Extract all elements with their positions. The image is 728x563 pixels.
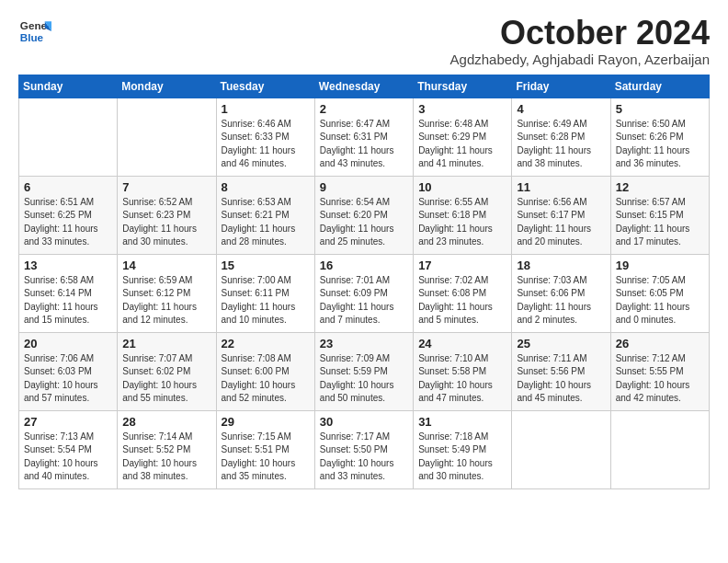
day-number: 24 xyxy=(418,337,506,350)
calendar-day-cell: 15Sunrise: 7:00 AM Sunset: 6:11 PM Dayli… xyxy=(216,254,314,332)
calendar-day-cell: 30Sunrise: 7:17 AM Sunset: 5:50 PM Dayli… xyxy=(314,410,413,488)
header-tuesday: Tuesday xyxy=(216,75,314,98)
calendar-day-cell: 12Sunrise: 6:57 AM Sunset: 6:15 PM Dayli… xyxy=(610,176,709,254)
day-number: 4 xyxy=(517,102,605,116)
calendar-day-cell: 11Sunrise: 6:56 AM Sunset: 6:17 PM Dayli… xyxy=(512,176,610,254)
calendar-day-cell: 14Sunrise: 6:59 AM Sunset: 6:12 PM Dayli… xyxy=(118,254,216,332)
day-info: Sunrise: 7:03 AM Sunset: 6:06 PM Dayligh… xyxy=(517,274,605,327)
day-number: 13 xyxy=(24,259,112,272)
day-number: 5 xyxy=(616,102,704,116)
calendar-day-cell: 22Sunrise: 7:08 AM Sunset: 6:00 PM Dayli… xyxy=(216,332,314,410)
day-info: Sunrise: 7:08 AM Sunset: 6:00 PM Dayligh… xyxy=(222,352,310,406)
day-number: 11 xyxy=(517,180,605,194)
calendar-day-cell: 29Sunrise: 7:15 AM Sunset: 5:51 PM Dayli… xyxy=(216,410,314,488)
month-title: October 2024 xyxy=(450,15,710,52)
day-number: 27 xyxy=(24,415,112,429)
day-info: Sunrise: 6:46 AM Sunset: 6:33 PM Dayligh… xyxy=(222,118,310,171)
day-number: 21 xyxy=(122,337,210,350)
day-number: 10 xyxy=(418,180,506,194)
calendar-day-cell: 20Sunrise: 7:06 AM Sunset: 6:03 PM Dayli… xyxy=(19,332,118,410)
calendar-day-cell: 9Sunrise: 6:54 AM Sunset: 6:20 PM Daylig… xyxy=(314,176,413,254)
header-wednesday: Wednesday xyxy=(314,75,413,98)
day-number: 1 xyxy=(222,102,310,116)
day-number: 26 xyxy=(616,337,704,350)
header-monday: Monday xyxy=(118,75,216,98)
day-number: 16 xyxy=(320,259,408,272)
calendar-day-cell: 1Sunrise: 6:46 AM Sunset: 6:33 PM Daylig… xyxy=(216,98,314,176)
day-number: 18 xyxy=(517,259,605,272)
day-number: 15 xyxy=(222,259,310,272)
header-thursday: Thursday xyxy=(414,75,512,98)
header-sunday: Sunday xyxy=(19,75,118,98)
calendar-day-cell: 10Sunrise: 6:55 AM Sunset: 6:18 PM Dayli… xyxy=(414,176,512,254)
calendar-day-cell: 16Sunrise: 7:01 AM Sunset: 6:09 PM Dayli… xyxy=(314,254,413,332)
calendar-day-cell: 24Sunrise: 7:10 AM Sunset: 5:58 PM Dayli… xyxy=(414,332,512,410)
day-number: 25 xyxy=(517,337,605,350)
day-number: 6 xyxy=(24,180,112,194)
header-friday: Friday xyxy=(512,75,610,98)
calendar-day-cell: 18Sunrise: 7:03 AM Sunset: 6:06 PM Dayli… xyxy=(512,254,610,332)
calendar-empty-cell xyxy=(19,98,118,176)
calendar-day-cell: 8Sunrise: 6:53 AM Sunset: 6:21 PM Daylig… xyxy=(216,176,314,254)
calendar-day-cell: 27Sunrise: 7:13 AM Sunset: 5:54 PM Dayli… xyxy=(19,410,118,488)
day-info: Sunrise: 6:53 AM Sunset: 6:21 PM Dayligh… xyxy=(222,196,310,249)
calendar-day-cell: 26Sunrise: 7:12 AM Sunset: 5:55 PM Dayli… xyxy=(610,332,709,410)
day-info: Sunrise: 6:56 AM Sunset: 6:17 PM Dayligh… xyxy=(517,196,605,249)
day-info: Sunrise: 7:01 AM Sunset: 6:09 PM Dayligh… xyxy=(320,274,408,327)
day-info: Sunrise: 6:47 AM Sunset: 6:31 PM Dayligh… xyxy=(320,118,408,171)
day-info: Sunrise: 6:59 AM Sunset: 6:12 PM Dayligh… xyxy=(122,274,210,327)
calendar-day-cell: 2Sunrise: 6:47 AM Sunset: 6:31 PM Daylig… xyxy=(314,98,413,176)
day-info: Sunrise: 6:48 AM Sunset: 6:29 PM Dayligh… xyxy=(418,118,506,171)
day-number: 29 xyxy=(222,415,310,429)
day-info: Sunrise: 6:51 AM Sunset: 6:25 PM Dayligh… xyxy=(24,196,112,249)
day-info: Sunrise: 7:06 AM Sunset: 6:03 PM Dayligh… xyxy=(24,352,112,406)
logo: General Blue xyxy=(18,15,51,48)
page-header: General Blue October 2024 Agdzhabedy, Ag… xyxy=(18,15,710,67)
day-number: 23 xyxy=(320,337,408,350)
header-saturday: Saturday xyxy=(610,75,709,98)
calendar-day-cell: 21Sunrise: 7:07 AM Sunset: 6:02 PM Dayli… xyxy=(118,332,216,410)
day-number: 30 xyxy=(320,415,408,429)
day-info: Sunrise: 7:12 AM Sunset: 5:55 PM Dayligh… xyxy=(616,352,704,406)
day-number: 12 xyxy=(616,180,704,194)
day-info: Sunrise: 7:02 AM Sunset: 6:08 PM Dayligh… xyxy=(418,274,506,327)
calendar-week-row: 27Sunrise: 7:13 AM Sunset: 5:54 PM Dayli… xyxy=(19,410,710,488)
day-info: Sunrise: 7:10 AM Sunset: 5:58 PM Dayligh… xyxy=(418,352,506,406)
calendar-day-cell: 7Sunrise: 6:52 AM Sunset: 6:23 PM Daylig… xyxy=(118,176,216,254)
day-info: Sunrise: 7:17 AM Sunset: 5:50 PM Dayligh… xyxy=(320,431,408,484)
day-info: Sunrise: 7:11 AM Sunset: 5:56 PM Dayligh… xyxy=(517,352,605,406)
location-subtitle: Agdzhabedy, Aghjabadi Rayon, Azerbaijan xyxy=(450,52,710,67)
day-number: 7 xyxy=(122,180,210,194)
calendar-day-cell: 19Sunrise: 7:05 AM Sunset: 6:05 PM Dayli… xyxy=(610,254,709,332)
day-number: 19 xyxy=(616,259,704,272)
calendar-day-cell: 28Sunrise: 7:14 AM Sunset: 5:52 PM Dayli… xyxy=(118,410,216,488)
calendar-day-cell: 13Sunrise: 6:58 AM Sunset: 6:14 PM Dayli… xyxy=(19,254,118,332)
calendar-table: SundayMondayTuesdayWednesdayThursdayFrid… xyxy=(18,75,710,489)
day-info: Sunrise: 6:50 AM Sunset: 6:26 PM Dayligh… xyxy=(616,118,704,171)
day-number: 28 xyxy=(122,415,210,429)
day-number: 3 xyxy=(418,102,506,116)
day-info: Sunrise: 7:07 AM Sunset: 6:02 PM Dayligh… xyxy=(122,352,210,406)
calendar-week-row: 20Sunrise: 7:06 AM Sunset: 6:03 PM Dayli… xyxy=(19,332,710,410)
calendar-day-cell: 25Sunrise: 7:11 AM Sunset: 5:56 PM Dayli… xyxy=(512,332,610,410)
day-info: Sunrise: 6:58 AM Sunset: 6:14 PM Dayligh… xyxy=(24,274,112,327)
day-number: 9 xyxy=(320,180,408,194)
day-info: Sunrise: 7:14 AM Sunset: 5:52 PM Dayligh… xyxy=(122,431,210,484)
calendar-day-cell: 23Sunrise: 7:09 AM Sunset: 5:59 PM Dayli… xyxy=(314,332,413,410)
day-info: Sunrise: 6:52 AM Sunset: 6:23 PM Dayligh… xyxy=(122,196,210,249)
title-area: October 2024 Agdzhabedy, Aghjabadi Rayon… xyxy=(450,15,710,67)
calendar-day-cell: 5Sunrise: 6:50 AM Sunset: 6:26 PM Daylig… xyxy=(610,98,709,176)
day-info: Sunrise: 7:13 AM Sunset: 5:54 PM Dayligh… xyxy=(24,431,112,484)
day-info: Sunrise: 6:55 AM Sunset: 6:18 PM Dayligh… xyxy=(418,196,506,249)
day-number: 14 xyxy=(122,259,210,272)
day-number: 20 xyxy=(24,337,112,350)
calendar-week-row: 13Sunrise: 6:58 AM Sunset: 6:14 PM Dayli… xyxy=(19,254,710,332)
day-number: 17 xyxy=(418,259,506,272)
day-info: Sunrise: 7:15 AM Sunset: 5:51 PM Dayligh… xyxy=(222,431,310,484)
day-info: Sunrise: 6:54 AM Sunset: 6:20 PM Dayligh… xyxy=(320,196,408,249)
calendar-empty-cell xyxy=(118,98,216,176)
calendar-day-cell: 17Sunrise: 7:02 AM Sunset: 6:08 PM Dayli… xyxy=(414,254,512,332)
day-number: 8 xyxy=(222,180,310,194)
day-number: 22 xyxy=(222,337,310,350)
calendar-day-cell: 31Sunrise: 7:18 AM Sunset: 5:49 PM Dayli… xyxy=(414,410,512,488)
